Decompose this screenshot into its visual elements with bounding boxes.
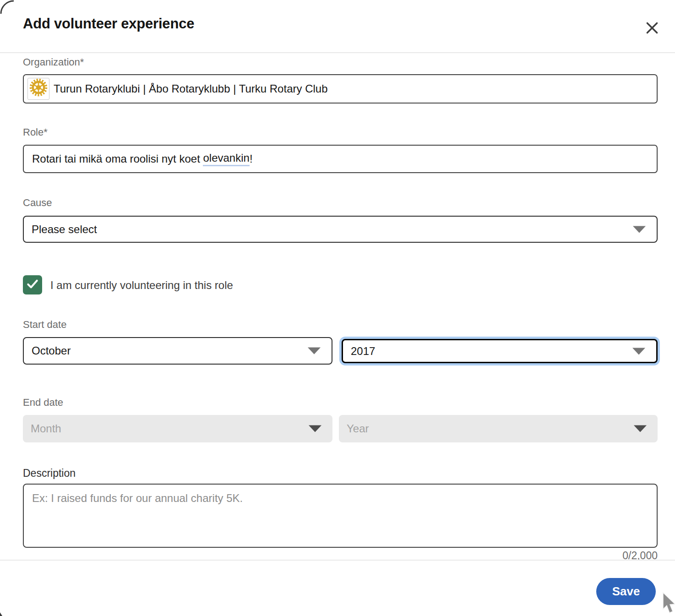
description-textarea[interactable] — [23, 484, 658, 548]
currently-volunteering-label: I am currently volunteering in this role — [50, 279, 233, 292]
save-button[interactable]: Save — [596, 578, 656, 605]
close-button[interactable] — [642, 18, 662, 38]
mouse-cursor-icon — [661, 592, 675, 616]
chevron-down-icon — [633, 226, 646, 233]
organization-input[interactable]: Turun Rotaryklubi | Åbo Rotaryklubb | Tu… — [23, 74, 658, 104]
end-year-select: Year — [339, 415, 658, 442]
modal-rounded-corner — [0, 0, 15, 16]
background-corner-fragment — [0, 611, 4, 616]
chevron-down-icon — [634, 425, 647, 432]
start-date-label: Start date — [23, 319, 66, 331]
currently-volunteering-checkbox[interactable] — [23, 275, 42, 294]
start-year-select[interactable]: 2017 — [342, 339, 658, 363]
end-month-select: Month — [23, 415, 332, 442]
rotary-wheel-icon — [29, 78, 48, 100]
chevron-down-icon — [308, 348, 321, 354]
end-year-placeholder: Year — [347, 422, 369, 435]
start-month-select[interactable]: October — [23, 337, 332, 365]
close-icon — [643, 19, 661, 38]
end-month-placeholder: Month — [31, 422, 61, 435]
add-volunteer-experience-modal: Add volunteer experience Organization* — [0, 0, 675, 616]
organization-logo — [27, 78, 49, 100]
cause-select[interactable]: Please select — [23, 216, 658, 243]
end-date-label: End date — [23, 397, 63, 409]
role-value-misspelled-word: olevankin — [203, 152, 249, 166]
header-divider — [0, 52, 675, 53]
role-value-part: ! — [250, 153, 253, 165]
start-year-value: 2017 — [351, 345, 375, 358]
chevron-down-icon — [632, 348, 645, 354]
role-value-part: Rotari tai mikä oma roolisi nyt koet — [32, 153, 203, 165]
role-label: Role* — [23, 126, 48, 138]
checkmark-icon — [25, 276, 40, 294]
start-month-value: October — [32, 344, 71, 357]
organization-label: Organization* — [23, 56, 84, 68]
modal-footer: Save — [0, 560, 675, 616]
cause-label: Cause — [23, 197, 52, 209]
cause-selected-value: Please select — [32, 223, 97, 236]
description-label: Description — [23, 467, 76, 480]
organization-value: Turun Rotaryklubi | Åbo Rotaryklubb | Tu… — [54, 82, 328, 95]
modal-title: Add volunteer experience — [23, 16, 194, 32]
role-input[interactable]: Rotari tai mikä oma roolisi nyt koet ole… — [23, 145, 658, 173]
chevron-down-icon — [309, 425, 321, 432]
